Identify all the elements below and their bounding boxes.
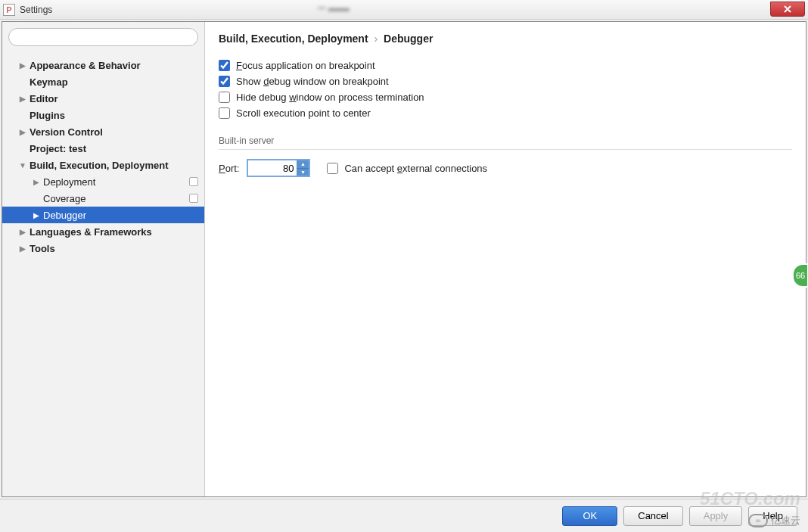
tree-arrow-icon: ▶ — [17, 95, 28, 103]
breadcrumb-separator: › — [374, 33, 378, 45]
apply-button[interactable]: Apply — [689, 506, 743, 526]
close-icon — [783, 5, 792, 13]
ok-button[interactable]: OK — [562, 506, 617, 526]
option-label: Focus application on breakpoint — [236, 60, 375, 71]
sidebar-item-label: Plugins — [30, 110, 65, 121]
option-row: Focus application on breakpoint — [219, 60, 792, 71]
help-button[interactable]: Help — [748, 506, 797, 526]
side-badge: 66 — [792, 263, 808, 288]
sidebar-item-tools[interactable]: ▶Tools — [2, 240, 204, 257]
breadcrumb-parent: Build, Execution, Deployment — [219, 33, 368, 45]
port-spinner[interactable]: ▲ ▼ — [247, 159, 310, 177]
sidebar-item-label: Languages & Frameworks — [30, 226, 152, 238]
sidebar-item-label: Coverage — [43, 193, 85, 204]
close-button[interactable] — [770, 2, 805, 17]
settings-window: P Settings ═ ▬▬ ▶Appearance & BehaviorKe… — [0, 0, 808, 532]
breadcrumb: Build, Execution, Deployment › Debugger — [219, 33, 792, 45]
tree-arrow-icon: ▼ — [17, 161, 28, 170]
tree-arrow-icon: ▶ — [17, 61, 28, 70]
settings-tree: ▶Appearance & BehaviorKeymap▶EditorPlugi… — [2, 52, 204, 496]
option-row: Show debug window on breakpoint — [219, 76, 792, 87]
breadcrumb-current: Debugger — [384, 33, 433, 45]
port-down-button[interactable]: ▼ — [297, 169, 309, 176]
section-title: Built-in server — [219, 135, 792, 150]
sidebar-item-build-execution-deployment[interactable]: ▼Build, Execution, Deployment — [2, 157, 204, 173]
sidebar-item-coverage[interactable]: Coverage — [2, 190, 204, 207]
sidebar-item-label: Version Control — [30, 126, 103, 138]
port-input[interactable] — [248, 163, 297, 174]
option-checkbox-1[interactable] — [219, 76, 230, 87]
search-input[interactable] — [8, 28, 198, 46]
sidebar-item-languages-frameworks[interactable]: ▶Languages & Frameworks — [2, 223, 204, 240]
sidebar-item-deployment[interactable]: ▶Deployment — [2, 173, 204, 190]
sidebar-item-version-control[interactable]: ▶Version Control — [2, 123, 204, 140]
cancel-button[interactable]: Cancel — [623, 506, 682, 526]
tree-arrow-icon: ▶ — [31, 178, 42, 186]
tree-arrow-icon: ▶ — [17, 228, 28, 236]
sidebar-item-project-test[interactable]: Project: test — [2, 140, 204, 157]
sidebar-item-label: Build, Execution, Deployment — [30, 160, 168, 171]
project-badge-icon — [189, 177, 198, 186]
tree-arrow-icon: ▶ — [31, 211, 42, 219]
sidebar: ▶Appearance & BehaviorKeymap▶EditorPlugi… — [2, 22, 205, 496]
sidebar-item-keymap[interactable]: Keymap — [2, 73, 204, 90]
option-row: Hide debug window on process termination — [219, 92, 792, 103]
titlebar-blur: ═ ▬▬ — [318, 2, 350, 14]
port-row: Port: ▲ ▼ Can accept external connection… — [219, 159, 792, 177]
port-up-button[interactable]: ▲ — [297, 160, 309, 169]
window-title: Settings — [20, 5, 52, 15]
main-panel: Build, Execution, Deployment › Debugger … — [205, 22, 806, 496]
content-area: ▶Appearance & BehaviorKeymap▶EditorPlugi… — [2, 21, 806, 497]
sidebar-item-label: Project: test — [30, 143, 86, 154]
titlebar[interactable]: P Settings ═ ▬▬ — [0, 0, 808, 20]
sidebar-item-appearance-behavior[interactable]: ▶Appearance & Behavior — [2, 57, 204, 73]
sidebar-item-label: Appearance & Behavior — [30, 60, 141, 71]
sidebar-item-editor[interactable]: ▶Editor — [2, 90, 204, 107]
option-checkbox-2[interactable] — [219, 92, 230, 103]
option-checkbox-3[interactable] — [219, 107, 230, 119]
sidebar-item-label: Debugger — [43, 210, 86, 221]
tree-arrow-icon: ▶ — [17, 128, 28, 136]
footer: OK Cancel Apply Help — [0, 499, 808, 532]
sidebar-item-label: Deployment — [43, 176, 95, 188]
option-label: Show debug window on breakpoint — [236, 76, 389, 87]
sidebar-item-label: Editor — [30, 93, 58, 104]
port-label: Port: — [219, 163, 239, 174]
project-badge-icon — [189, 194, 198, 203]
tree-arrow-icon: ▶ — [17, 244, 28, 253]
sidebar-item-label: Keymap — [30, 76, 68, 88]
sidebar-item-label: Tools — [30, 243, 55, 254]
option-label: Scroll execution point to center — [236, 107, 371, 119]
option-label: Hide debug window on process termination — [236, 92, 424, 103]
sidebar-item-debugger[interactable]: ▶Debugger — [2, 207, 204, 223]
external-connections-label: Can accept external connections — [344, 163, 487, 174]
option-row: Scroll execution point to center — [219, 107, 792, 119]
sidebar-item-plugins[interactable]: Plugins — [2, 107, 204, 123]
app-icon: P — [3, 4, 15, 16]
option-checkbox-0[interactable] — [219, 60, 230, 71]
external-connections-checkbox[interactable] — [327, 163, 338, 174]
